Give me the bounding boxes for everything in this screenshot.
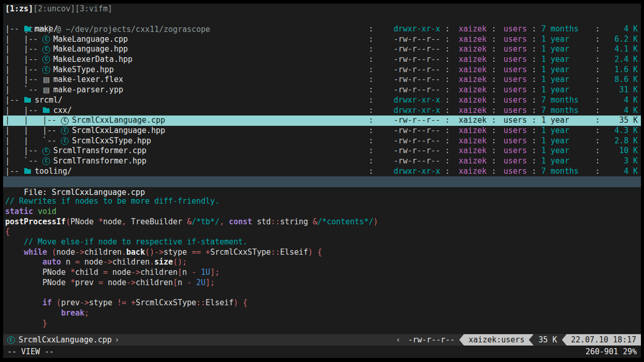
column-separator: : xyxy=(364,116,378,126)
tree-row[interactable]: | |-- MakeSType.hpp:-rw-r--r--:xaizek:us… xyxy=(3,65,641,75)
file-size: 8.6 K xyxy=(605,75,638,85)
column-separator: : xyxy=(364,126,378,136)
permissions: -rw-r--r-- xyxy=(378,136,440,146)
folder-icon xyxy=(24,96,31,104)
code-line: // Move else-if node to respective if-st… xyxy=(5,237,639,248)
column-separator: : xyxy=(590,106,605,116)
column-separator: : xyxy=(487,146,501,156)
tree-row[interactable]: | `-- make-parser.ypp:-rw-r--r--:xaizek:… xyxy=(3,85,641,95)
column-separator: : xyxy=(364,146,378,156)
tree-row[interactable]: | |-- cxx/:drwxr-xr-x:xaizek:users:7 mon… xyxy=(3,106,641,116)
folder-icon xyxy=(24,25,31,33)
tree-branch-prefix: | |-- xyxy=(5,35,42,45)
owner: xaizek xyxy=(455,24,487,35)
code-line: // Rewrites if nodes to be more diff-fri… xyxy=(5,196,639,207)
column-separator: : xyxy=(364,106,378,116)
column-separator: : xyxy=(590,65,605,75)
file-name: MakeLanguage.hpp xyxy=(53,44,364,55)
tree-branch-prefix: |-- xyxy=(5,167,24,177)
tree-row[interactable]: | |-- MakeLanguage.cpp:-rw-r--r--:xaizek… xyxy=(3,35,641,45)
tree-row[interactable]: | |-- MakeLanguage.hpp:-rw-r--r--:xaizek… xyxy=(3,44,641,55)
column-separator: : xyxy=(487,95,501,106)
tree-branch-prefix: | |-- xyxy=(5,75,42,85)
tree-row[interactable]: |-- make/:drwxr-xr-x:xaizek:users:7 mont… xyxy=(3,24,641,35)
column-separator: : xyxy=(440,75,455,85)
modified-age: 1 year xyxy=(541,85,590,95)
tmux-window[interactable]: [3:vifm] xyxy=(75,4,112,13)
tree-row[interactable]: | |-- SrcmlTransformer.cpp:-rw-r--r--:xa… xyxy=(3,146,641,156)
file-name: make/ xyxy=(35,24,364,35)
column-separator: : xyxy=(590,55,605,65)
tree-row[interactable]: |-- tooling/:drwxr-xr-x:xaizek:users:7 m… xyxy=(3,167,641,177)
tmux-window[interactable]: [2:uncov] xyxy=(33,4,75,13)
modified-age: 1 year xyxy=(541,156,590,167)
statusbar-segments: -rw-r--r--xaizek:users35 K22.07.10 18:17 xyxy=(393,334,641,345)
column-separator: : xyxy=(440,55,455,65)
tmux-window[interactable]: [1:zs] xyxy=(5,4,33,13)
owner: xaizek xyxy=(455,106,487,116)
code-line: PNode *prev = node->children[n - 2U]; xyxy=(5,278,639,288)
group: users xyxy=(501,106,527,116)
code-line: } xyxy=(5,319,639,329)
tree-row[interactable]: | |-- MakeLexerData.hpp:-rw-r--r--:xaize… xyxy=(3,55,641,65)
tree-row[interactable]: | | |-- SrcmlCxxLanguage.hpp:-rw-r--r--:… xyxy=(3,126,641,136)
cpp-file-icon xyxy=(42,46,50,54)
modified-age: 7 months xyxy=(541,167,590,177)
permissions: -rw-r--r-- xyxy=(378,156,440,167)
status-bar: SrcmlCxxLanguage.cpp -rw-r--r--xaizek:us… xyxy=(3,334,641,345)
tree-row[interactable]: | |-- make-lexer.flex:-rw-r--r--:xaizek:… xyxy=(3,75,641,85)
file-size: 6.2 K xyxy=(605,35,638,45)
cpp-file-icon xyxy=(42,56,50,63)
group: users xyxy=(501,156,527,167)
column-separator: : xyxy=(590,24,605,35)
cpp-file-icon xyxy=(42,147,50,155)
owner: xaizek xyxy=(455,136,487,146)
owner: xaizek xyxy=(455,55,487,65)
file-name: MakeLexerData.hpp xyxy=(53,55,364,65)
powerline-separator-icon xyxy=(562,334,567,345)
file-size: 31 K xyxy=(605,85,638,95)
column-separator: : xyxy=(487,44,501,55)
file-name: tooling/ xyxy=(35,167,364,177)
file-size: 4 K xyxy=(605,95,638,106)
folder-icon xyxy=(42,107,50,114)
document-icon xyxy=(42,86,50,94)
file-size: 4 K xyxy=(605,24,638,35)
column-separator: : xyxy=(364,75,378,85)
permissions: -rw-r--r-- xyxy=(378,55,440,65)
column-separator: : xyxy=(527,156,541,167)
group: users xyxy=(501,44,527,55)
code-line: PNode *child = node->children[n - 1U]; xyxy=(5,268,639,278)
document-icon xyxy=(42,76,50,84)
permissions: drwxr-xr-x xyxy=(378,106,440,116)
permissions: -rw-r--r-- xyxy=(378,126,440,136)
file-size: 4 K xyxy=(605,106,638,116)
file-size: 4 K xyxy=(605,167,638,177)
column-separator: : xyxy=(364,24,378,35)
tree-row[interactable]: |-- srcml/:drwxr-xr-x:xaizek:users:7 mon… xyxy=(3,95,641,106)
tree-branch-prefix: | |-- xyxy=(5,55,42,65)
tree-row[interactable]: | `-- SrcmlTransformer.hpp:-rw-r--r--:xa… xyxy=(3,156,641,167)
owner: xaizek xyxy=(455,156,487,167)
column-separator: : xyxy=(440,167,455,177)
column-separator: : xyxy=(487,167,501,177)
code-line: auto n = node->children.size(); xyxy=(5,257,639,268)
column-separator: : xyxy=(590,44,605,55)
column-separator: : xyxy=(590,116,605,126)
column-separator: : xyxy=(440,44,455,55)
permissions: drwxr-xr-x xyxy=(378,24,440,35)
status-segment-modified-datetime: 22.07.10 18:17 xyxy=(567,334,641,345)
group: users xyxy=(501,136,527,146)
column-separator: : xyxy=(364,44,378,55)
cpp-file-icon xyxy=(42,66,50,74)
tree-row[interactable]: | | |-- SrcmlCxxLanguage.cpp:-rw-r--r--:… xyxy=(3,116,641,126)
column-separator: : xyxy=(440,106,455,116)
column-separator: : xyxy=(527,35,541,45)
group: users xyxy=(501,95,527,106)
tree-row[interactable]: | | `-- SrcmlCxxSType.hpp:-rw-r--r--:xai… xyxy=(3,136,641,146)
column-separator: : xyxy=(440,126,455,136)
scroll-position: 260-901 29% xyxy=(586,347,637,356)
preview-header: File: SrcmlCxxLanguage.cpp xyxy=(3,176,641,187)
group: users xyxy=(501,146,527,156)
permissions: drwxr-xr-x xyxy=(378,167,440,177)
